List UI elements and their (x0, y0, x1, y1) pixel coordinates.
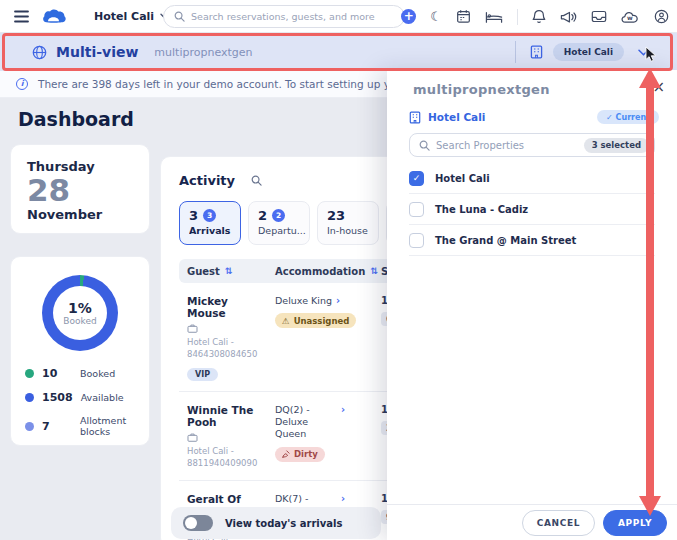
close-icon[interactable]: × (648, 76, 669, 98)
dirty-badge: Dirty (275, 447, 325, 462)
rooms-bed-icon[interactable] (485, 10, 503, 24)
cloud-w-icon[interactable]: w (621, 10, 640, 24)
checkbox-checked[interactable]: ✓ (409, 171, 424, 186)
checkbox-unchecked[interactable] (409, 233, 424, 248)
panel-footer: CANCEL APPLY (387, 504, 677, 540)
arrivals-badge: 3 (203, 209, 216, 222)
property-name: Hotel Cali (435, 173, 490, 184)
legend-item-allotment: 7 Allotment blocks (25, 415, 149, 437)
accommodation-chevron-icon[interactable]: › (336, 295, 340, 307)
globe-icon (32, 45, 47, 60)
occupancy-percent: 1% (68, 300, 92, 316)
date-card: Thursday 28 November (10, 144, 150, 234)
search-icon (419, 140, 430, 151)
guest-name[interactable]: Winnie The Pooh (187, 404, 265, 428)
sort-guest-icon[interactable]: ⇅ (225, 266, 233, 276)
reservation-briefcase-icon (187, 433, 265, 442)
legend-item-available: 1508 Available (25, 391, 149, 404)
night-audit-icon[interactable]: ☾ (430, 9, 442, 24)
activity-title: Activity (179, 173, 235, 188)
col-accommodation: Accommodation (275, 266, 365, 277)
panel-title: multipropnextgen (413, 82, 550, 97)
property-search[interactable]: 3 selected (409, 133, 655, 157)
search-icon (174, 11, 185, 22)
sort-accommodation-icon[interactable]: ⇅ (370, 266, 378, 276)
arrivals-count: 3 (189, 208, 198, 223)
cancel-button[interactable]: CANCEL (522, 510, 595, 536)
search-input[interactable] (191, 11, 394, 22)
activity-search-icon[interactable] (251, 175, 262, 186)
guest-property-id: Hotel Cali - 8811940409090 (187, 446, 265, 470)
notifications-bell-icon[interactable] (532, 9, 546, 24)
property-list-item[interactable]: ✓ Hotel Cali (409, 163, 655, 194)
property-name: The Grand @ Main Street (435, 235, 576, 246)
property-list-item[interactable]: The Luna - Cadiz (409, 194, 655, 225)
checkbox-unchecked[interactable] (409, 202, 424, 217)
property-name: The Luna - Cadiz (435, 204, 528, 215)
building-icon (409, 111, 421, 124)
inbox-tray-icon[interactable] (591, 10, 607, 23)
app-logo-icon[interactable] (42, 8, 68, 25)
view-todays-arrivals-toggle[interactable] (183, 515, 213, 531)
unassigned-badge: ⚠ Unassigned (275, 313, 356, 328)
accommodation-type: DQ(2) - Deluxe Queen (275, 404, 337, 441)
hamburger-menu-icon[interactable] (14, 10, 29, 23)
occupancy-donut-chart: 1% Booked (42, 275, 118, 351)
announcements-megaphone-icon[interactable] (560, 10, 577, 24)
reservation-briefcase-icon (187, 324, 265, 333)
inhouse-count: 23 (327, 208, 345, 223)
inhouse-label: In-house (327, 225, 378, 236)
current-property-row: Hotel Cali ✓ Current (409, 110, 659, 124)
page-title: Dashboard (18, 108, 134, 130)
apply-button[interactable]: APPLY (603, 510, 667, 536)
broom-icon (282, 450, 290, 458)
departures-badge: 2 (272, 209, 285, 222)
property-list-item[interactable]: The Grand @ Main Street (409, 225, 655, 256)
occupancy-card: 1% Booked 10 Booked 1508 Available 7 All… (10, 256, 150, 446)
navbar-divider (517, 9, 518, 25)
current-badge: ✓ Current (597, 110, 659, 124)
tab-arrivals[interactable]: 3 3 Arrivals (179, 201, 241, 245)
date-day: 28 (27, 174, 149, 207)
selected-count-badge: 3 selected (584, 138, 649, 153)
current-property-name: Hotel Cali (428, 111, 485, 123)
available-label: Available (81, 392, 124, 403)
tab-in-house[interactable]: 23 In-house (317, 201, 379, 245)
property-search-input[interactable] (436, 140, 578, 151)
selected-property-badge[interactable]: Hotel Cali (553, 43, 624, 61)
vip-badge: VIP (187, 368, 218, 381)
global-search[interactable] (163, 5, 405, 28)
available-dot-icon (25, 393, 34, 402)
multiview-title: Multi-view (56, 44, 138, 60)
booked-dot-icon (25, 369, 34, 378)
multiview-divider (515, 41, 516, 63)
guest-name[interactable]: Mickey Mouse (187, 295, 265, 319)
multiview-dropdown-chevron-icon[interactable] (638, 49, 649, 56)
multiview-group-name: multipropnextgen (154, 46, 252, 59)
property-switcher[interactable]: Hotel Cali (94, 10, 169, 23)
create-new-icon[interactable]: + (401, 9, 416, 24)
guest-property-id: Hotel Cali - 8464308084650 (187, 337, 265, 361)
arrivals-toggle-bar: View today's arrivals (171, 507, 381, 539)
property-switcher-label: Hotel Cali (94, 10, 154, 23)
arrivals-label: Arrivals (189, 225, 240, 236)
tab-departures[interactable]: 2 2 Departu... (248, 201, 310, 245)
allotment-label: Allotment blocks (80, 415, 149, 437)
warning-icon: ⚠ (282, 316, 290, 326)
calendar-icon[interactable] (456, 9, 471, 24)
available-value: 1508 (42, 391, 73, 404)
info-icon: i (16, 78, 28, 90)
property-list: ✓ Hotel Cali The Luna - Cadiz The Grand … (409, 163, 655, 256)
occupancy-label: Booked (63, 316, 96, 326)
building-icon (530, 45, 543, 59)
col-guest: Guest (187, 266, 220, 277)
departures-count: 2 (258, 208, 267, 223)
allotment-dot-icon (25, 422, 34, 431)
multiview-bar: Multi-view multipropnextgen Hotel Cali (0, 33, 677, 71)
accommodation-type: Deluxe King (275, 295, 332, 307)
accommodation-chevron-icon[interactable]: › (341, 404, 345, 441)
departures-label: Departu... (258, 225, 309, 236)
check-icon: ✓ (606, 113, 613, 122)
account-icon[interactable] (654, 9, 669, 24)
booked-label: Booked (80, 368, 115, 379)
